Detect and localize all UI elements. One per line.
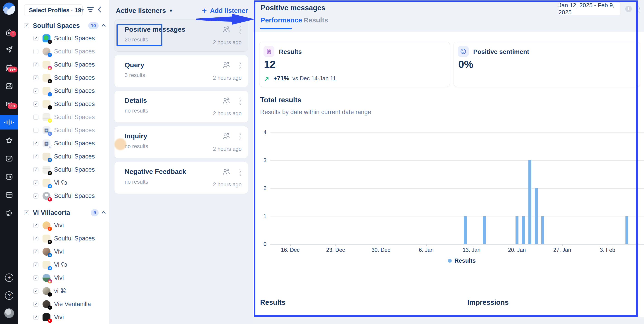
- listener-card[interactable]: Query3 results2 hours ago: [114, 55, 248, 87]
- profile-checkbox[interactable]: ✓: [33, 223, 38, 228]
- listener-card[interactable]: Detailsno results2 hours ago: [114, 91, 248, 123]
- profile-row[interactable]: ✓×Vie Ventanilla: [18, 297, 109, 311]
- profile-row[interactable]: ✓inVivi: [18, 245, 109, 258]
- rail-item-tasks[interactable]: [0, 151, 18, 166]
- rail-item-publish[interactable]: [0, 42, 18, 57]
- profile-checkbox[interactable]: ✓: [33, 301, 38, 307]
- rail-item-listening[interactable]: [0, 115, 18, 130]
- listener-card[interactable]: Negative Feedbackno results2 hours ago: [114, 162, 248, 194]
- profile-row[interactable]: ✓@Soulful Spaces: [18, 163, 109, 176]
- rail-item-dashboards[interactable]: [0, 187, 18, 202]
- profile-row[interactable]: ✓×Soulful Spaces: [18, 71, 109, 84]
- tab-results[interactable]: Results: [304, 16, 328, 24]
- bar-22-jan[interactable]: [528, 160, 531, 244]
- audience-icon[interactable]: [222, 96, 231, 105]
- kebab-menu-icon[interactable]: [240, 27, 241, 34]
- profile-checkbox[interactable]: ✓: [33, 288, 38, 294]
- x-axis-tick: [517, 244, 517, 246]
- document-icon: [264, 46, 274, 57]
- profile-row[interactable]: ▦GSoulful Spaces: [18, 124, 109, 137]
- profile-label: Vivi: [54, 248, 64, 255]
- profile-row[interactable]: ✓▶Vivi: [18, 311, 109, 324]
- profile-row[interactable]: ✓ЖVi ʕɔ: [18, 258, 109, 271]
- bar-24-jan[interactable]: [541, 216, 544, 244]
- rail-item-favorites[interactable]: [0, 133, 18, 148]
- profile-checkbox[interactable]: ✓: [33, 315, 38, 320]
- bar-15-jan[interactable]: [483, 216, 486, 244]
- kebab-menu-icon[interactable]: [240, 98, 241, 105]
- profile-row[interactable]: fSoulful Spaces: [18, 45, 109, 58]
- profile-checkbox[interactable]: ✓: [33, 275, 38, 280]
- profile-checkbox[interactable]: [33, 49, 38, 54]
- tab-performance[interactable]: Performance: [260, 16, 302, 24]
- kebab-menu-icon[interactable]: [240, 133, 241, 140]
- profile-selector-dropdown[interactable]: Select Profiles · 19 ▾: [24, 4, 82, 16]
- profile-row[interactable]: ✓PSoulful Spaces: [18, 189, 109, 202]
- group-checkbox[interactable]: ✓: [24, 23, 29, 28]
- profile-checkbox[interactable]: ✓: [33, 88, 38, 94]
- listener-card[interactable]: Inquiryno results2 hours ago: [114, 126, 248, 158]
- kebab-menu-icon[interactable]: [240, 169, 241, 176]
- audience-icon[interactable]: [222, 25, 231, 34]
- profile-row[interactable]: ✓rVivi: [18, 219, 109, 232]
- audience-icon[interactable]: [222, 132, 231, 141]
- chevron-down-icon[interactable]: ▾: [170, 8, 172, 14]
- profile-checkbox[interactable]: ✓: [33, 262, 38, 267]
- profile-checkbox[interactable]: ✓: [33, 167, 38, 172]
- listener-card[interactable]: Positive messages20 results2 hours ago: [114, 20, 248, 52]
- profile-row[interactable]: ✓▦GSoulful Spaces: [18, 137, 109, 150]
- rail-item-media[interactable]: [0, 79, 18, 93]
- group-checkbox[interactable]: ✓: [24, 210, 29, 215]
- date-range-picker[interactable]: Jan 12, 2025 - Feb 9, 2025: [558, 2, 621, 16]
- profile-row[interactable]: ☺Soulful Spaces: [18, 111, 109, 124]
- profile-row[interactable]: ✓♪Soulful Spaces: [18, 97, 109, 111]
- profile-checkbox[interactable]: ✓: [33, 62, 38, 67]
- profile-row[interactable]: ✓◉Vivi: [18, 271, 109, 284]
- add-listener-button[interactable]: + Add listener: [202, 6, 248, 15]
- profile-checkbox[interactable]: ✓: [33, 180, 38, 185]
- profile-row[interactable]: ✓tSoulful Spaces: [18, 32, 109, 45]
- metric-value: 0%: [458, 58, 473, 70]
- help-circle-icon[interactable]: ?: [5, 291, 13, 300]
- profile-row[interactable]: ✓inSoulful Spaces: [18, 150, 109, 163]
- chevron-up-icon[interactable]: [102, 211, 106, 215]
- filter-icon[interactable]: [87, 7, 94, 13]
- kebab-menu-icon[interactable]: [638, 6, 640, 13]
- user-avatar[interactable]: [4, 308, 14, 318]
- rail-item-reports[interactable]: [0, 169, 18, 184]
- profile-checkbox[interactable]: [33, 128, 38, 133]
- profile-row[interactable]: ✓ЖVi ʕɔ: [18, 176, 109, 189]
- profile-checkbox[interactable]: ✓: [33, 101, 38, 107]
- collapse-sidebar-icon[interactable]: [98, 6, 104, 13]
- bar-12-jan[interactable]: [464, 216, 467, 244]
- profile-checkbox[interactable]: [33, 115, 38, 120]
- legend-swatch: [448, 259, 452, 263]
- bar-21-jan[interactable]: [522, 216, 525, 244]
- advocacy-icon: [5, 209, 13, 217]
- profile-checkbox[interactable]: ✓: [33, 75, 38, 80]
- profile-row[interactable]: ✓×Soulful Spaces: [18, 232, 109, 245]
- info-icon[interactable]: i: [625, 6, 632, 12]
- profile-checkbox[interactable]: ✓: [33, 154, 38, 159]
- profile-label: Vi ʕɔ: [54, 261, 67, 268]
- chart-legend[interactable]: Results: [448, 257, 476, 264]
- profile-checkbox[interactable]: ✓: [33, 193, 38, 199]
- bar-23-jan[interactable]: [535, 188, 538, 244]
- rail-item-advocacy[interactable]: [0, 206, 18, 220]
- profile-checkbox[interactable]: ✓: [33, 36, 38, 41]
- profile-row[interactable]: ✓fSoulful Spaces: [18, 84, 109, 97]
- profile-row[interactable]: ✓◉Soulful Spaces: [18, 58, 109, 71]
- audience-icon[interactable]: [222, 167, 231, 176]
- bar-20-jan[interactable]: [516, 216, 518, 244]
- app-logo-icon[interactable]: [3, 3, 15, 15]
- chevron-up-icon[interactable]: [102, 24, 106, 28]
- add-circle-icon[interactable]: +: [5, 273, 13, 282]
- profile-checkbox[interactable]: ✓: [33, 236, 38, 241]
- notification-badge: 99+: [8, 103, 18, 109]
- audience-icon[interactable]: [222, 61, 231, 70]
- profile-checkbox[interactable]: ✓: [33, 141, 38, 146]
- kebab-menu-icon[interactable]: [240, 62, 241, 69]
- profile-row[interactable]: ✓♪vi ⌘: [18, 284, 109, 297]
- profile-checkbox[interactable]: ✓: [33, 249, 38, 254]
- bar-6-feb[interactable]: [626, 216, 628, 244]
